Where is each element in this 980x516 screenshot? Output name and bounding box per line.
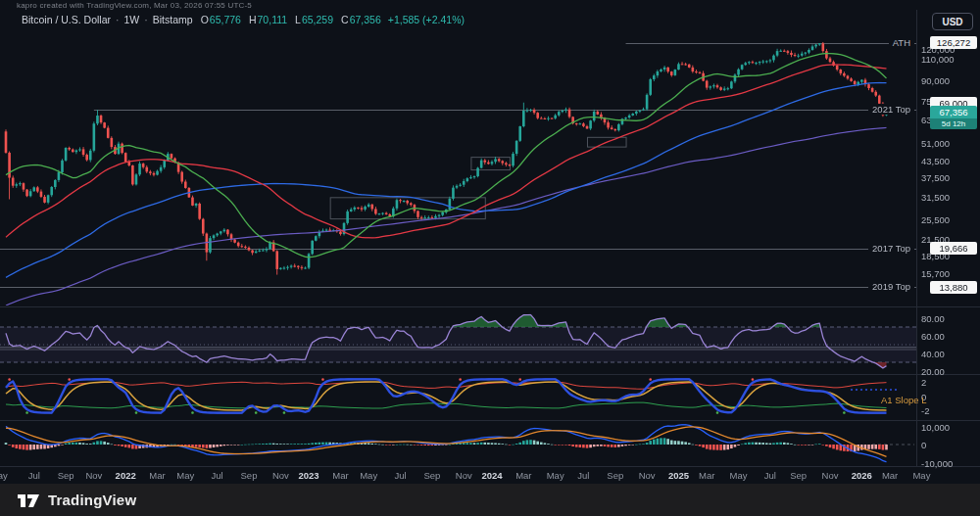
time-tick: Nov [456,470,472,481]
time-tick: 2026 [852,470,872,481]
level-name-2019-top: 2019 Top [868,281,914,292]
time-tick: Nov [272,470,289,481]
interval-label: 1W [124,14,140,25]
rsi-tick: 20.00 [921,366,945,377]
indicator-label-a1-slope: A1 Slope L [881,395,926,405]
slope-tick: 2 [921,377,926,388]
legend-separator: · [144,14,148,25]
level-name-2021-top: 2021 Top [868,104,914,115]
time-tick: Mar [332,470,348,481]
exchange-label: Bitstamp [153,14,193,25]
time-tick: May [0,470,8,481]
time-tick: May [176,470,194,481]
price-chart-canvas[interactable] [0,0,980,516]
level-name-ath: ATH [889,37,914,48]
time-tick: 2022 [116,470,136,481]
time-tick: Nov [85,470,102,481]
price-tick: 51,000 [921,138,950,149]
tradingview-wordmark: TradingView [48,492,136,508]
legend-separator: · [116,14,120,25]
time-tick: Mar [149,470,165,481]
symbol-legend[interactable]: Bitcoin / U.S. Dollar · 1W · Bitstamp O6… [22,12,465,26]
time-tick: Mar [882,470,898,481]
open-value: 65,776 [210,14,241,25]
time-tick: Mar [699,470,714,481]
time-tick: Jul [212,470,223,481]
time-tick: Sep [607,470,623,481]
close-label: C [341,14,349,25]
macd-tick: 0 [921,440,926,450]
price-tick: 43,500 [921,156,950,166]
price-tick: 25,500 [921,214,950,225]
time-tick: Sep [241,470,258,481]
price-tick: 31,500 [921,192,950,203]
time-tick: Jul [28,470,40,481]
low-value: 65,259 [302,14,333,25]
high-label: H [249,14,257,25]
macd-tick: -10,000 [921,458,953,469]
time-tick: Nov [639,470,656,481]
tradingview-chart-window: kapro created with TradingView.com, Mar … [0,0,980,516]
time-tick: May [730,470,748,481]
currency-toggle-button[interactable]: USD [932,13,973,30]
time-tick: Jul [577,470,589,481]
close-value: 67,356 [350,14,381,25]
time-tick: 2024 [481,470,502,481]
high-value: 70,111 [258,14,288,25]
last-price-label: 67,3565d 12h [930,106,977,129]
open-label: O [201,14,209,25]
price-tick: 90,000 [921,75,950,86]
time-tick: Sep [423,470,440,481]
macd-tick: 10,000 [921,422,950,433]
bar-countdown: 5d 12h [930,118,977,129]
time-tick: Jul [764,470,776,481]
time-tick: May [912,470,930,481]
symbol-title: Bitcoin / U.S. Dollar [22,14,111,25]
time-tick: Sep [58,470,74,481]
low-label: L [295,14,301,25]
level-price-label: 126,272 [930,36,977,49]
time-tick: 2025 [668,470,689,481]
rsi-tick: 80.00 [921,313,945,324]
level-name-2017-top: 2017 Top [868,243,914,254]
change-value: +1,585 (+2.41%) [388,14,465,25]
level-price-label: 13,880 [930,281,977,294]
rsi-tick: 60.00 [921,331,945,342]
slope-tick: -2 [921,405,929,416]
price-tick: 37,500 [921,172,950,183]
time-tick: May [360,470,377,481]
time-tick: Nov [822,470,839,481]
tradingview-logo-icon [17,492,40,508]
footer-bar: TradingView [0,484,980,516]
level-price-label: 19,666 [930,242,977,255]
time-tick: Jul [394,470,406,481]
attribution-text: kapro created with TradingView.com, Mar … [17,1,252,10]
rsi-tick: 40.00 [921,349,945,359]
time-tick: May [547,470,564,481]
price-tick: 110,000 [921,54,955,65]
time-tick: 2023 [299,470,319,481]
time-tick: Sep [790,470,807,481]
time-tick: Mar [515,470,531,481]
price-tick: 15,700 [921,268,950,279]
last-price-value: 67,356 [930,106,977,118]
